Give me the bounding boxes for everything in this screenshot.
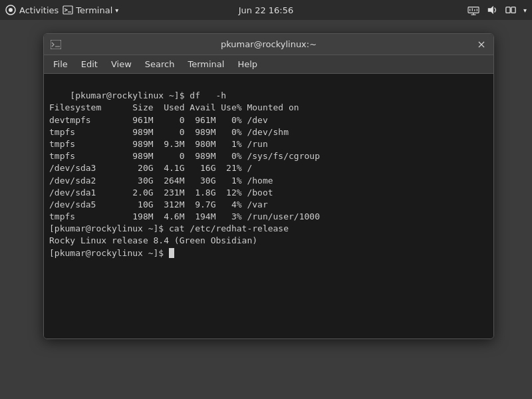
menu-edit[interactable]: Edit xyxy=(76,58,103,70)
terminal-line-12: [pkumar@rockylinux ~]$ cat /etc/redhat-r… xyxy=(49,223,289,233)
terminal-menubar: File Edit View Search Terminal Help xyxy=(44,55,493,74)
gnome-icon xyxy=(5,5,16,15)
svg-rect-12 xyxy=(506,7,510,13)
terminal-line-10: /dev/sda5 10G 312M 9.7G 4% /var xyxy=(49,200,268,209)
terminal-title: pkumar@rockylinux:~ xyxy=(221,39,317,49)
menu-terminal[interactable]: Terminal xyxy=(182,58,229,70)
terminal-app-button[interactable]: Terminal ▾ xyxy=(63,5,118,15)
terminal-app-chevron[interactable]: ▾ xyxy=(115,7,118,14)
top-bar: Activities Terminal ▾ Jun 22 16:56 xyxy=(0,0,532,20)
terminal-line-5: tmpfs 989M 9.3M 980M 1% /run xyxy=(49,139,268,149)
terminal-line-1: [pkumar@rockylinux ~]$ df -h xyxy=(70,90,226,100)
menu-help[interactable]: Help xyxy=(232,58,263,70)
activities-label: Activities xyxy=(19,5,59,15)
terminal-titlebar-icon xyxy=(49,38,63,51)
topbar-right: ▾ xyxy=(467,5,527,15)
terminal-line-6: tmpfs 989M 0 989M 0% /sys/fs/cgroup xyxy=(49,151,320,161)
terminal-window-icon xyxy=(51,40,61,49)
menu-view[interactable]: View xyxy=(106,58,137,70)
terminal-content[interactable]: [pkumar@rockylinux ~]$ df -h Filesystem … xyxy=(44,74,493,338)
menu-search[interactable]: Search xyxy=(140,58,180,70)
svg-rect-13 xyxy=(511,7,515,13)
datetime-text: Jun 22 16:56 xyxy=(239,5,294,15)
terminal-line-9: /dev/sda1 2.0G 231M 1.8G 12% /boot xyxy=(49,188,273,198)
terminal-line-3: devtmpfs 961M 0 961M 0% /dev xyxy=(49,115,268,125)
terminal-line-11: tmpfs 198M 4.6M 194M 3% /run/user/1000 xyxy=(49,211,320,221)
terminal-line-13: Rocky Linux release 8.4 (Green Obsidian) xyxy=(49,235,257,245)
menu-file[interactable]: File xyxy=(48,58,73,70)
terminal-line-2: Filesystem Size Used Avail Use% Mounted … xyxy=(49,102,299,112)
power-icon[interactable] xyxy=(505,5,517,15)
terminal-line-8: /dev/sda2 30G 264M 30G 1% /home xyxy=(49,176,273,186)
svg-point-1 xyxy=(9,8,13,12)
sound-icon[interactable] xyxy=(486,5,498,15)
network-icon[interactable] xyxy=(467,5,479,15)
svg-rect-14 xyxy=(51,40,61,49)
terminal-line-14: [pkumar@rockylinux ~]$ xyxy=(49,248,169,258)
power-arrow-icon[interactable]: ▾ xyxy=(523,7,527,14)
svg-marker-11 xyxy=(488,6,493,14)
terminal-line-4: tmpfs 989M 0 989M 0% /dev/shm xyxy=(49,127,289,137)
terminal-app-label: Terminal xyxy=(76,5,112,15)
terminal-titlebar: pkumar@rockylinux:~ × xyxy=(44,34,493,55)
activities-button[interactable]: Activities xyxy=(5,5,59,15)
terminal-close-button[interactable]: × xyxy=(475,38,488,51)
terminal-cursor xyxy=(169,248,174,258)
terminal-line-7: /dev/sda3 20G 4.1G 16G 21% / xyxy=(49,163,252,173)
terminal-window: pkumar@rockylinux:~ × File Edit View Sea… xyxy=(43,33,494,339)
topbar-datetime: Jun 22 16:56 xyxy=(239,5,294,15)
topbar-left: Activities Terminal ▾ xyxy=(5,5,118,15)
terminal-icon xyxy=(63,5,73,15)
